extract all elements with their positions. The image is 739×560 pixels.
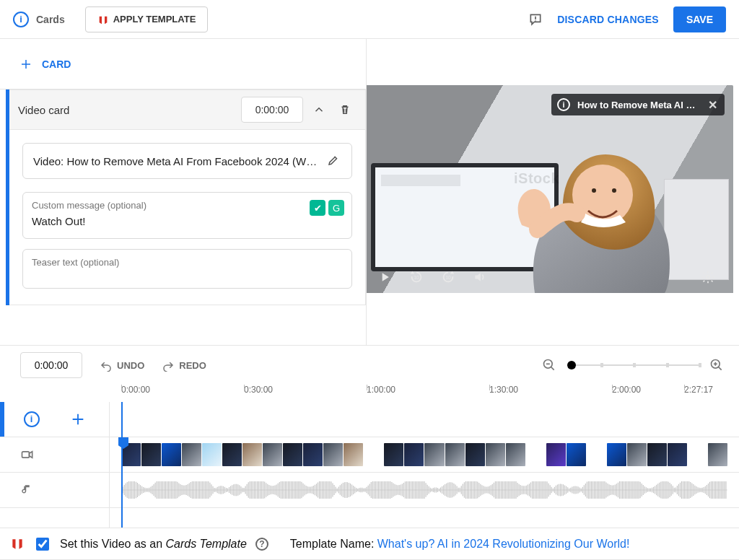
svg-rect-15: [22, 452, 30, 458]
info-pill: i How to Remove Meta AI F… ✕: [551, 94, 725, 115]
set-template-label: Set this Video as an Cards Template: [60, 538, 247, 551]
help-icon[interactable]: ?: [255, 538, 268, 551]
tubebuddy-icon: [97, 14, 108, 25]
card-time-input[interactable]: 0:00:00: [241, 97, 303, 123]
topbar: i Cards APPLY TEMPLATE DISCARD CHANGES S…: [0, 0, 739, 39]
zoom-control: [541, 357, 725, 373]
video-title-text: Video: How to Remove Meta AI From Facebo…: [33, 155, 320, 167]
alert-icon[interactable]: [528, 12, 543, 27]
tubebuddy-icon: [10, 537, 25, 551]
collapse-card-button[interactable]: [309, 100, 329, 120]
plus-icon: [19, 57, 33, 71]
pill-text: How to Remove Meta AI F…: [577, 100, 696, 110]
pill-info-icon[interactable]: i: [557, 98, 570, 111]
cards-track-header: i: [0, 402, 109, 437]
zoom-in-button[interactable]: [709, 357, 725, 373]
ruler-mark: 0:00:00: [121, 385, 150, 395]
audio-track[interactable]: [110, 473, 739, 508]
teaser-label: Teaser text (optional): [32, 257, 343, 268]
track-sidebar: i: [0, 402, 110, 528]
ruler-mark: 1:30:00: [489, 385, 518, 395]
save-button[interactable]: SAVE: [673, 6, 726, 32]
add-card-on-track[interactable]: [70, 411, 86, 427]
left-panel: CARD Video card 0:00:00 Video: [0, 39, 367, 345]
video-card-header: Video card 0:00:00: [9, 89, 366, 130]
video-card-body: Video: How to Remove Meta AI From Facebo…: [9, 130, 366, 305]
template-name-link[interactable]: What's up? AI in 2024 Revolutionizing Ou…: [377, 538, 630, 550]
edit-video-button[interactable]: [327, 154, 341, 168]
video-preview: iStock i How to Remove Meta AI F… ✕ 10 1…: [367, 85, 733, 293]
svg-line-14: [719, 367, 722, 370]
ruler-mark: 2:00:00: [612, 385, 641, 395]
rewind-10-button[interactable]: 10: [404, 265, 429, 289]
add-card-button[interactable]: CARD: [0, 39, 366, 89]
svg-point-3: [592, 188, 596, 193]
time-ruler[interactable]: 0:00:00 0:30:00 1:00:00 1:30:00 2:00:00 …: [0, 385, 739, 402]
custom-message-field[interactable]: Custom message (optional) ✔ G: [22, 192, 352, 239]
ruler-mark: 2:27:17: [684, 385, 713, 395]
timeline-time-input[interactable]: 0:00:00: [20, 352, 82, 378]
video-track-header: [0, 437, 109, 473]
template-name-label: Template Name: What's up? AI in 2024 Rev…: [290, 538, 630, 551]
ruler-mark: 1:00:00: [367, 385, 395, 395]
playhead[interactable]: [121, 402, 123, 528]
delete-card-button[interactable]: [335, 100, 355, 120]
main: CARD Video card 0:00:00 Video: [0, 39, 739, 345]
video-thumbnails: [121, 443, 727, 466]
forward-10-button[interactable]: 10: [436, 265, 460, 289]
discard-changes-button[interactable]: DISCARD CHANGES: [557, 14, 659, 25]
mute-button[interactable]: [468, 265, 492, 289]
zoom-out-button[interactable]: [541, 357, 557, 373]
video-track[interactable]: [110, 437, 739, 473]
timeline-toolbar: 0:00:00 UNDO REDO: [0, 346, 739, 385]
svg-text:10: 10: [445, 275, 451, 280]
add-card-label: CARD: [42, 58, 71, 70]
camera-icon: [20, 447, 35, 462]
zoom-slider[interactable]: [567, 364, 699, 366]
svg-point-7: [707, 276, 710, 279]
play-button[interactable]: [372, 265, 397, 289]
video-card-title: Video card: [18, 104, 241, 116]
music-note-icon: [20, 484, 33, 496]
video-card: Video card 0:00:00 Video: How to Remove …: [6, 89, 366, 305]
video-field[interactable]: Video: How to Remove Meta AI From Facebo…: [22, 143, 352, 179]
timeline: 0:00:00 UNDO REDO: [0, 345, 739, 528]
custom-message-label: Custom message (optional): [32, 200, 343, 211]
apply-template-label: APPLY TEMPLATE: [113, 14, 196, 25]
settings-button[interactable]: [696, 265, 720, 289]
custom-message-input[interactable]: [32, 215, 343, 228]
audio-track-header: [0, 473, 109, 508]
pill-close-icon[interactable]: ✕: [708, 98, 717, 112]
app: i Cards APPLY TEMPLATE DISCARD CHANGES S…: [0, 0, 739, 560]
track-info-icon[interactable]: i: [24, 411, 40, 427]
stock-watermark: iStock: [514, 170, 559, 187]
grammar-badges: ✔ G: [310, 200, 344, 216]
cards-track[interactable]: [110, 402, 739, 437]
ruler-mark: 0:30:00: [244, 385, 273, 395]
undo-button[interactable]: UNDO: [100, 359, 144, 372]
svg-point-1: [535, 20, 536, 22]
grammarly-icon[interactable]: G: [328, 200, 344, 216]
svg-line-10: [551, 367, 554, 370]
svg-point-4: [612, 188, 616, 193]
footer-bar: Set this Video as an Cards Template ? Te…: [0, 528, 739, 559]
info-icon[interactable]: i: [13, 12, 29, 27]
svg-text:10: 10: [414, 275, 419, 280]
tracks: i: [0, 402, 739, 528]
redo-button[interactable]: REDO: [162, 359, 206, 372]
breadcrumb-cards: Cards: [36, 14, 65, 25]
apply-template-button[interactable]: APPLY TEMPLATE: [85, 6, 209, 32]
badge-check-icon[interactable]: ✔: [310, 200, 325, 216]
right-panel: iStock i How to Remove Meta AI F… ✕ 10 1…: [367, 39, 739, 345]
audio-waveform: [121, 481, 727, 499]
set-template-checkbox[interactable]: [36, 538, 49, 551]
player-controls: 10 10: [367, 261, 733, 293]
teaser-field[interactable]: Teaser text (optional): [22, 249, 352, 289]
